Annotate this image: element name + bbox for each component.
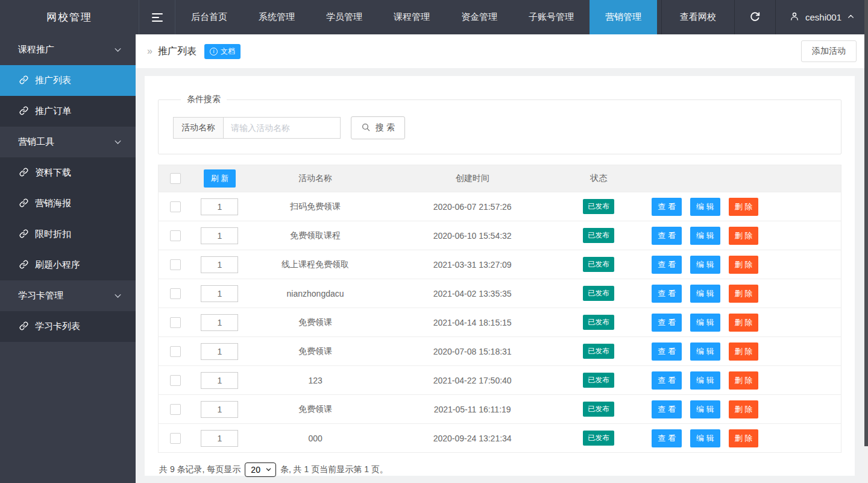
- table-row: nianzhongdacu2021-04-02 13:35:35已发布查 看编 …: [159, 279, 841, 308]
- row-checkbox[interactable]: [170, 201, 181, 212]
- delete-button[interactable]: 删 除: [729, 429, 759, 447]
- col-header-status: 状态: [561, 165, 637, 192]
- scrollbar-thumb[interactable]: [864, 0, 868, 446]
- row-order-input[interactable]: [201, 343, 238, 360]
- edit-button[interactable]: 编 辑: [690, 198, 720, 216]
- sidebar-item-2-0[interactable]: 学习卡列表: [0, 311, 136, 342]
- activity-name: 免费领课: [247, 308, 384, 337]
- activity-name: 000: [247, 424, 384, 453]
- table-row: 0002020-09-24 13:21:34已发布查 看编 辑删 除: [159, 424, 841, 453]
- row-order-input[interactable]: [201, 430, 238, 447]
- row-order-input[interactable]: [201, 256, 238, 273]
- row-checkbox[interactable]: [170, 230, 181, 241]
- status-badge: 已发布: [583, 228, 614, 243]
- activity-name-input[interactable]: [223, 117, 341, 139]
- edit-button[interactable]: 编 辑: [690, 314, 720, 332]
- edit-button[interactable]: 编 辑: [690, 285, 720, 303]
- page-scrollbar[interactable]: [864, 0, 868, 483]
- row-order-input[interactable]: [201, 198, 238, 215]
- sidebar-toggle-button[interactable]: [139, 0, 175, 34]
- row-order-input[interactable]: [201, 227, 238, 244]
- edit-button[interactable]: 编 辑: [690, 256, 720, 274]
- doc-badge[interactable]: i 文档: [204, 44, 241, 59]
- refresh-page-button[interactable]: [734, 0, 775, 34]
- link-icon: [19, 229, 28, 240]
- sidebar-item-0-0[interactable]: 推广列表: [0, 65, 136, 96]
- chevron-up-icon: [847, 12, 855, 22]
- row-checkbox[interactable]: [170, 346, 181, 357]
- edit-button[interactable]: 编 辑: [690, 227, 720, 245]
- delete-button[interactable]: 删 除: [729, 371, 759, 390]
- delete-button[interactable]: 删 除: [729, 314, 759, 332]
- sidebar-item-0-1[interactable]: 推广订单: [0, 96, 136, 127]
- view-button[interactable]: 查 看: [652, 371, 682, 390]
- pagination: 共 9 条记录, 每页显示 20 条, 共 1 页当前显示第 1 页。: [158, 453, 841, 477]
- status-badge: 已发布: [583, 257, 614, 272]
- table-row: 免费领课2021-05-11 16:11:19已发布查 看编 辑删 除: [159, 395, 841, 424]
- topnav-item-6[interactable]: 营销管理: [590, 0, 657, 34]
- row-checkbox[interactable]: [170, 288, 181, 299]
- sidebar-item-1-3[interactable]: 刷题小程序: [0, 250, 136, 280]
- view-button[interactable]: 查 看: [652, 256, 682, 274]
- row-order-input[interactable]: [201, 314, 238, 331]
- search-panel: 条件搜索 活动名称 搜 索: [158, 94, 841, 154]
- edit-button[interactable]: 编 辑: [690, 400, 720, 418]
- row-checkbox[interactable]: [170, 317, 181, 328]
- view-button[interactable]: 查 看: [652, 314, 682, 332]
- view-button[interactable]: 查 看: [652, 343, 682, 361]
- sidebar-item-1-1[interactable]: 营销海报: [0, 188, 136, 219]
- row-checkbox[interactable]: [170, 404, 181, 415]
- row-order-input[interactable]: [201, 401, 238, 418]
- add-activity-button[interactable]: 添加活动: [801, 40, 857, 62]
- table-row: 免费领课2020-07-08 15:18:31已发布查 看编 辑删 除: [159, 337, 841, 366]
- view-button[interactable]: 查 看: [652, 227, 682, 245]
- activity-name: 线上课程免费领取: [247, 250, 384, 279]
- activity-table-wrap: 刷 新 活动名称 创建时间 状态 扫码免费领课2020-06-07 21:57:…: [158, 165, 841, 453]
- delete-button[interactable]: 删 除: [729, 256, 759, 274]
- created-time: 2020-06-10 15:54:32: [383, 221, 561, 250]
- created-time: 2020-06-07 21:57:26: [383, 192, 561, 221]
- search-button[interactable]: 搜 索: [351, 116, 405, 139]
- topbar-right: 查看网校 ceshi001: [661, 0, 868, 34]
- link-icon: [19, 321, 28, 332]
- link-icon: [19, 198, 28, 209]
- topnav-item-5[interactable]: 子账号管理: [513, 0, 590, 34]
- row-order-input[interactable]: [201, 285, 238, 302]
- edit-button[interactable]: 编 辑: [690, 343, 720, 361]
- created-time: 2021-04-02 13:35:35: [383, 279, 561, 308]
- topnav-item-2[interactable]: 学员管理: [310, 0, 378, 34]
- row-checkbox[interactable]: [170, 375, 181, 386]
- refresh-icon: [750, 11, 760, 24]
- status-badge: 已发布: [583, 344, 614, 359]
- delete-button[interactable]: 删 除: [729, 285, 759, 303]
- delete-button[interactable]: 删 除: [729, 198, 759, 216]
- view-school-link[interactable]: 查看网校: [661, 0, 734, 34]
- row-order-input[interactable]: [201, 372, 238, 389]
- sidebar-group-2[interactable]: 学习卡管理: [0, 280, 136, 311]
- refresh-list-button[interactable]: 刷 新: [204, 169, 236, 188]
- activity-name: nianzhongdacu: [247, 279, 384, 308]
- sidebar-item-1-0[interactable]: 资料下载: [0, 157, 136, 188]
- chevron-down-icon: [113, 137, 122, 147]
- delete-button[interactable]: 删 除: [729, 343, 759, 361]
- per-page-select[interactable]: 20: [245, 462, 276, 477]
- edit-button[interactable]: 编 辑: [690, 429, 720, 447]
- sidebar-item-1-2[interactable]: 限时折扣: [0, 219, 136, 250]
- sidebar-group-0[interactable]: 课程推广: [0, 34, 136, 65]
- view-button[interactable]: 查 看: [652, 198, 682, 216]
- edit-button[interactable]: 编 辑: [690, 371, 720, 390]
- view-button[interactable]: 查 看: [652, 429, 682, 447]
- row-checkbox[interactable]: [170, 259, 181, 270]
- view-button[interactable]: 查 看: [652, 285, 682, 303]
- select-all-checkbox[interactable]: [170, 173, 181, 184]
- topnav-item-4[interactable]: 资金管理: [445, 0, 513, 34]
- delete-button[interactable]: 删 除: [729, 227, 759, 245]
- row-checkbox[interactable]: [170, 433, 181, 444]
- topnav-item-1[interactable]: 系统管理: [243, 0, 310, 34]
- delete-button[interactable]: 删 除: [729, 400, 759, 418]
- sidebar-group-1[interactable]: 营销工具: [0, 127, 136, 157]
- view-button[interactable]: 查 看: [652, 400, 682, 418]
- topnav-item-0[interactable]: 后台首页: [175, 0, 243, 34]
- topnav-item-3[interactable]: 课程管理: [378, 0, 445, 34]
- user-menu[interactable]: ceshi001: [775, 0, 868, 34]
